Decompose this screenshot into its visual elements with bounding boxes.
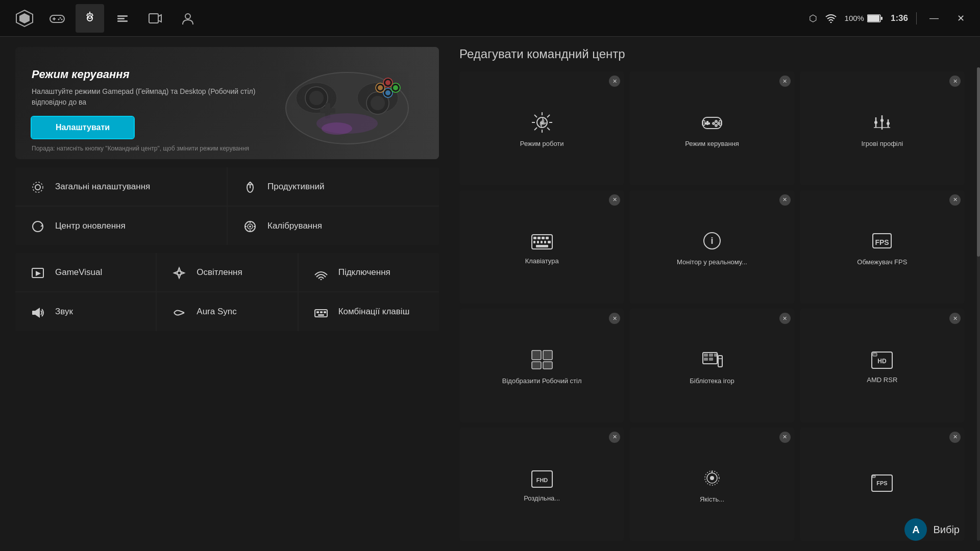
minimize-button[interactable]: — xyxy=(925,9,943,28)
hero-description: Налаштуйте режими Gamepad (Геймпад) та D… xyxy=(32,86,287,108)
widget-close-fps2[interactable]: ✕ xyxy=(949,432,961,443)
svg-rect-85 xyxy=(533,237,536,239)
widget-fps-limiter[interactable]: ✕ FPS Обмежувач FPS xyxy=(800,190,965,304)
menu-item-productive[interactable]: Продуктивний xyxy=(228,167,439,206)
widget-grid: ✕ xyxy=(459,71,965,541)
svg-rect-109 xyxy=(718,356,722,367)
widget-game-profiles[interactable]: ✕ Ігрові профілі xyxy=(800,71,965,185)
work-mode-label: Режим роботи xyxy=(520,140,564,148)
svg-rect-100 xyxy=(543,350,552,360)
svg-rect-113 xyxy=(873,353,877,356)
calibration-icon xyxy=(242,218,258,234)
productive-icon xyxy=(242,179,258,194)
mirror-desktop-label: Відобразити Робочий стіл xyxy=(502,377,582,386)
nav-gamepad[interactable] xyxy=(43,4,71,33)
key-combo-label: Комбінації клавіш xyxy=(338,307,410,317)
nav-profile[interactable] xyxy=(174,4,202,33)
widget-close-quality[interactable]: ✕ xyxy=(779,432,791,443)
widget-close-realtime[interactable]: ✕ xyxy=(779,194,791,206)
svg-marker-41 xyxy=(40,224,43,227)
svg-marker-53 xyxy=(35,308,40,318)
svg-rect-93 xyxy=(548,241,551,243)
menu-item-lighting[interactable]: Освітлення xyxy=(157,253,297,291)
lighting-icon xyxy=(171,264,187,280)
widget-keyboard[interactable]: ✕ Клавіат xyxy=(459,190,624,304)
svg-rect-107 xyxy=(704,358,708,361)
widget-close-game-profiles[interactable]: ✕ xyxy=(949,76,961,87)
widget-amd-rsr[interactable]: ✕ HD AMD RSR xyxy=(800,309,965,422)
svg-rect-99 xyxy=(532,350,541,360)
menu-item-aura-sync[interactable]: Aura Sync xyxy=(157,292,297,331)
svg-point-38 xyxy=(35,185,40,190)
svg-rect-94 xyxy=(536,245,548,247)
main-layout: Режим керування Налаштуйте режими Gamepa… xyxy=(0,37,980,551)
widget-realtime-monitor[interactable]: ✕ i Монітор у реальному... xyxy=(629,190,794,304)
fps-limiter-icon: FPS xyxy=(871,229,893,252)
widget-close-work-mode[interactable]: ✕ xyxy=(609,76,620,87)
menu-item-calibration[interactable]: Калібрування xyxy=(228,207,439,245)
avatar-button[interactable]: A Вибір xyxy=(904,518,960,541)
widget-control-mode[interactable]: ✕ Режим к xyxy=(629,71,794,185)
svg-rect-104 xyxy=(704,354,708,357)
svg-point-44 xyxy=(249,226,251,228)
nav-video[interactable] xyxy=(141,4,169,33)
control-mode-icon xyxy=(701,110,723,133)
menu-item-connection[interactable]: Підключення xyxy=(299,253,439,291)
topbar-right: ⬡ 100% 1:36 — ✕ xyxy=(809,9,970,28)
svg-rect-91 xyxy=(541,241,543,243)
svg-rect-92 xyxy=(544,241,546,243)
svg-line-66 xyxy=(547,115,550,117)
sound-icon xyxy=(30,304,46,319)
battery-status: 100% xyxy=(845,14,883,22)
svg-rect-72 xyxy=(705,122,710,124)
fhd-label: Роздільна... xyxy=(524,494,560,503)
avatar-circle: A xyxy=(904,518,927,541)
widget-game-library[interactable]: ✕ Бібліотека ігор xyxy=(629,309,794,422)
svg-text:FHD: FHD xyxy=(536,477,548,483)
svg-rect-108 xyxy=(709,358,713,361)
widget-close-mirror[interactable]: ✕ xyxy=(609,313,620,324)
widget-close-library[interactable]: ✕ xyxy=(779,313,791,324)
game-profiles-label: Ігрові профілі xyxy=(861,140,903,148)
widget-close-amd[interactable]: ✕ xyxy=(949,313,961,324)
nav-rog[interactable] xyxy=(108,4,137,33)
svg-rect-11 xyxy=(117,20,128,22)
widget-close-fhd[interactable]: ✕ xyxy=(609,432,620,443)
widget-close-fps[interactable]: ✕ xyxy=(949,194,961,206)
close-button[interactable]: ✕ xyxy=(951,9,970,28)
lighting-label: Освітлення xyxy=(197,267,242,278)
menu-item-key-combo[interactable]: Комбінації клавіш xyxy=(299,292,439,331)
svg-rect-18 xyxy=(881,17,883,20)
menu-item-gamevisual[interactable]: GameVisual xyxy=(15,253,156,291)
svg-rect-86 xyxy=(537,237,541,239)
widget-work-mode[interactable]: ✕ xyxy=(459,71,624,185)
hero-configure-button[interactable]: Налаштувати xyxy=(32,117,134,138)
widget-fhd[interactable]: ✕ FHD Роздільна... xyxy=(459,428,624,541)
menu-item-general-settings[interactable]: Загальні налаштування xyxy=(15,167,227,206)
svg-rect-9 xyxy=(117,15,128,17)
svg-point-14 xyxy=(185,14,190,19)
widget-close-keyboard[interactable]: ✕ xyxy=(609,194,620,206)
svg-point-74 xyxy=(717,122,720,124)
svg-rect-89 xyxy=(533,241,535,243)
nav-settings[interactable] xyxy=(76,4,104,33)
svg-point-81 xyxy=(874,121,877,124)
menu-item-update-center[interactable]: Центр оновлення xyxy=(15,207,227,245)
svg-rect-12 xyxy=(149,14,158,23)
hero-banner: Режим керування Налаштуйте режими Gamepa… xyxy=(15,47,439,159)
scrollbar-track[interactable] xyxy=(977,67,980,541)
quality-label: Якість... xyxy=(700,495,724,504)
avatar-label: Вибір xyxy=(933,524,960,536)
widget-quality[interactable]: ✕ Якість... xyxy=(629,428,794,541)
widget-mirror-desktop[interactable]: ✕ Відобразити Робочий стіл xyxy=(459,309,624,422)
work-mode-icon xyxy=(531,110,553,133)
svg-point-7 xyxy=(58,18,60,20)
widget-close-control-mode[interactable]: ✕ xyxy=(779,76,791,87)
menu-item-sound[interactable]: Звук xyxy=(15,292,156,331)
svg-point-6 xyxy=(61,18,63,20)
svg-rect-58 xyxy=(318,314,324,316)
svg-point-76 xyxy=(715,124,717,127)
nav-logo[interactable] xyxy=(10,4,39,33)
svg-rect-70 xyxy=(702,120,705,126)
scrollbar-thumb[interactable] xyxy=(977,67,980,257)
